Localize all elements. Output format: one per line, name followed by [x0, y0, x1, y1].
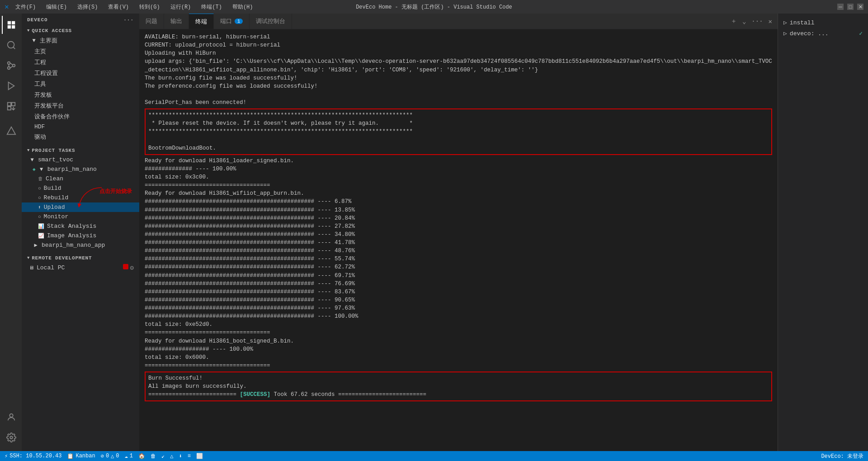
menu-item[interactable]: 编辑(E)	[44, 3, 69, 11]
activity-search[interactable]	[2, 36, 20, 54]
sidebar-more-button[interactable]: ···	[123, 17, 134, 23]
minimize-button[interactable]: ─	[837, 4, 844, 10]
menu-bar[interactable]: 文件(F)编辑(E)选择(S)查看(V)转到(G)运行(R)终端(T)帮助(H)	[14, 3, 255, 11]
menu-item[interactable]: 选择(S)	[75, 3, 100, 11]
sidebar-item-local-pc[interactable]: 🖥 Local PC ⚙	[22, 263, 139, 273]
tab-label: 端口	[220, 17, 232, 25]
split-terminal-button[interactable]: ⌄	[741, 17, 748, 26]
more-actions-button[interactable]: ···	[750, 17, 764, 26]
activity-bar-bottom	[2, 408, 20, 451]
menu-item[interactable]: 终端(T)	[199, 3, 224, 11]
status-bar-right: DevEco: 未登录	[821, 452, 863, 460]
gear-icon[interactable]: ⚙	[130, 264, 134, 272]
remote-dev-section[interactable]: ▼ REMOTE DEVELOPMENT	[22, 254, 139, 263]
close-panel-button[interactable]: ✕	[767, 17, 774, 26]
status-arrow1[interactable]: ↙	[161, 453, 165, 460]
close-button[interactable]: ✕	[857, 4, 863, 10]
sidebar-item-主页[interactable]: 主页	[22, 46, 139, 57]
sidebar-label: Rebuild	[44, 194, 69, 201]
status-arrow3[interactable]: ⬇	[179, 453, 182, 460]
tab-terminal[interactable]: 终端	[189, 14, 214, 29]
sidebar-item-rebuild[interactable]: ○ Rebuild	[22, 193, 139, 202]
download-icon: ⬇	[179, 453, 182, 460]
quick-access-section[interactable]: ▼ QUICK ACCESS	[22, 26, 139, 35]
window-controls[interactable]: ─ □ ✕	[837, 4, 863, 10]
tab-bar: 问题 输出 终端 端口 1 调试控制台 ＋ ⌄ ··· ✕	[139, 14, 778, 29]
source-control-icon: ☁	[125, 453, 128, 460]
status-kanban[interactable]: 📋 Kanban	[67, 453, 95, 460]
status-list[interactable]: ≡	[188, 453, 191, 459]
sidebar-item-clean[interactable]: 🗑 Clean	[22, 174, 139, 183]
activity-deveco[interactable]	[2, 122, 20, 140]
sidebar-item-工程[interactable]: 工程	[22, 57, 139, 68]
activity-run[interactable]	[2, 77, 20, 95]
tab-port[interactable]: 端口 1	[214, 14, 250, 29]
activity-extensions[interactable]	[2, 97, 20, 115]
svg-rect-0	[8, 21, 11, 24]
warning-label: 0	[116, 453, 119, 459]
status-square[interactable]: ⬜	[196, 453, 203, 460]
activity-settings[interactable]	[2, 428, 20, 447]
right-panel-install[interactable]: ▷ install	[778, 17, 868, 28]
sidebar-label: Image Analysis	[47, 232, 96, 239]
maximize-button[interactable]: □	[847, 4, 854, 10]
sidebar-item-bearpi_hm_nano[interactable]: ◈ ▼ bearpi_hm_nano	[22, 165, 139, 174]
tab-debug-console[interactable]: 调试控制台	[250, 14, 292, 29]
status-errors[interactable]: ⊘ 0 △ 0	[101, 453, 119, 460]
sidebar-item-monitor[interactable]: ○ Monitor	[22, 212, 139, 221]
svg-rect-15	[8, 107, 11, 110]
sidebar-item-设备合作伙伴[interactable]: 设备合作伙伴	[22, 111, 139, 122]
status-source-control[interactable]: ☁ 1	[125, 453, 133, 460]
tab-label: 输出	[170, 17, 182, 25]
add-terminal-button[interactable]: ＋	[729, 16, 739, 26]
sidebar-item-stack-analysis[interactable]: 📊 Stack Analysis	[22, 221, 139, 231]
menu-item[interactable]: 转到(G)	[137, 3, 162, 11]
terminal-icon: ▷	[783, 19, 787, 26]
status-deveco-login[interactable]: DevEco: 未登录	[821, 452, 863, 460]
svg-point-17	[9, 414, 13, 417]
sidebar-item-工程设置[interactable]: 工程设置	[22, 68, 139, 79]
status-ssh[interactable]: ⚡ SSH: 10.55.20.43	[5, 453, 61, 460]
menu-item[interactable]: 查看(V)	[106, 3, 131, 11]
status-home[interactable]: 🏠	[138, 453, 145, 460]
expand-icon: ▼	[38, 166, 45, 173]
terminal-content[interactable]: AVAILABLE: burn-serial, hiburn-serial CU…	[139, 29, 778, 451]
sidebar-item-upload[interactable]: ⬆ Upload	[22, 202, 139, 212]
sidebar-item-HDF[interactable]: HDF	[22, 122, 139, 132]
port-badge: 1	[235, 19, 243, 24]
activity-explorer[interactable]	[2, 16, 20, 34]
sidebar-item-驱动[interactable]: 驱动	[22, 132, 139, 142]
project-tasks-section[interactable]: ▼ PROJECT TASKS	[22, 146, 139, 155]
svg-line-10	[10, 63, 13, 65]
monitor-icon: 🖥	[29, 265, 34, 271]
kanban-icon: 📋	[67, 453, 74, 460]
status-delete[interactable]: 🗑	[151, 453, 156, 460]
svg-line-5	[13, 47, 15, 49]
expand-icon: ▼	[31, 38, 37, 44]
activity-source-control[interactable]	[2, 56, 20, 75]
sidebar-label: bearpi_hm_nano_app	[42, 242, 105, 249]
sidebar-item-开发板[interactable]: 开发板	[22, 89, 139, 100]
square-icon: ⬜	[196, 453, 203, 460]
sidebar-item-bearpi_hm_nano_app[interactable]: ▶ bearpi_hm_nano_app	[22, 240, 139, 250]
tab-output[interactable]: 输出	[164, 14, 189, 29]
sidebar-item-工具[interactable]: 工具	[22, 79, 139, 89]
sidebar-item-主界面[interactable]: ▼ 主界面	[22, 35, 139, 46]
svg-point-18	[10, 436, 13, 439]
activity-account[interactable]	[2, 408, 20, 426]
image-icon: 📈	[38, 233, 44, 239]
svg-rect-3	[12, 25, 15, 28]
sidebar-item-image-analysis[interactable]: 📈 Image Analysis	[22, 231, 139, 240]
status-arrow2[interactable]: △	[170, 453, 173, 460]
menu-item[interactable]: 帮助(H)	[231, 3, 255, 11]
tab-problems[interactable]: 问题	[139, 14, 164, 29]
sidebar-item-build[interactable]: ○ Build	[22, 183, 139, 193]
status-bar-left: ⚡ SSH: 10.55.20.43 📋 Kanban ⊘ 0 △ 0 ☁ 1 …	[5, 453, 203, 460]
svg-line-11	[10, 66, 13, 68]
sidebar-item-smart_tvoc[interactable]: ▼ smart_tvoc	[22, 155, 139, 165]
menu-item[interactable]: 文件(F)	[14, 3, 38, 11]
menu-item[interactable]: 运行(R)	[169, 3, 193, 11]
right-panel-deveco[interactable]: ▷ deveco: ... ✓	[778, 28, 868, 39]
sidebar-item-开发板平台[interactable]: 开发板平台	[22, 100, 139, 111]
circle-icon: ○	[38, 195, 41, 201]
